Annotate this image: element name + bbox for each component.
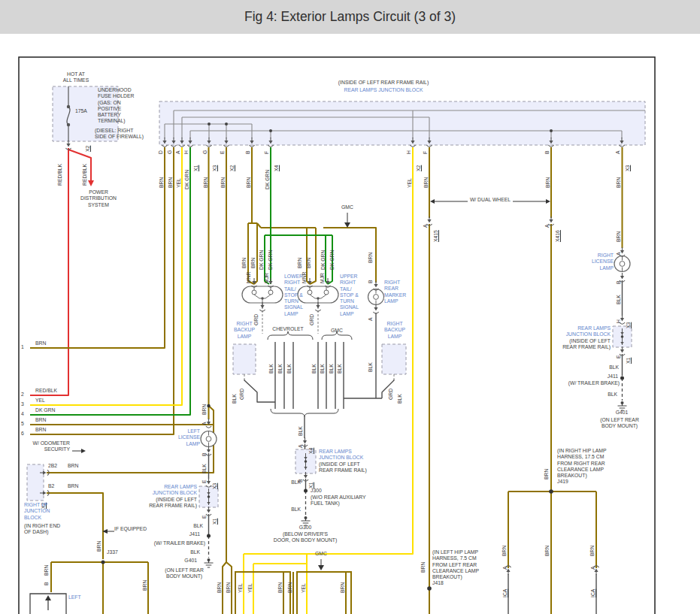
rear-lamps-junction-block-top <box>159 101 645 145</box>
right-license-lamp-symbol <box>614 256 630 272</box>
right-backup-lamp-left-box <box>233 344 256 374</box>
right-rear-marker-lamp-symbol <box>368 289 384 305</box>
annotation-arrows <box>72 201 546 565</box>
g401-right-ground-symbol <box>618 401 627 410</box>
fuse-holder-box <box>53 86 118 141</box>
power-distribution-arrow <box>88 180 94 186</box>
variant-braces <box>268 331 352 417</box>
upper-right-tail-lamp-symbol <box>298 286 338 303</box>
right-backup-lamp-right-box <box>382 344 406 374</box>
left-license-lamp-symbol <box>201 431 217 447</box>
g401-left-ground-symbol <box>205 558 214 567</box>
ground-converge-brace <box>271 409 338 417</box>
connector-pins <box>40 138 625 575</box>
wires-red <box>30 148 91 395</box>
wiring-diagram-svg <box>0 0 700 614</box>
splice-dots <box>102 377 625 591</box>
g300-ground-symbol <box>302 516 311 525</box>
wires-yellow <box>30 147 413 614</box>
gmc-brace <box>322 331 352 340</box>
bottom-lamp-box-gmc <box>297 572 351 614</box>
wiring-diagram-page: Fig 4: Exterior Lamps Circuit (3 of 3) <box>0 0 700 614</box>
lower-right-tail-lamp-symbol <box>242 286 283 303</box>
wires-black-dashed <box>209 378 623 558</box>
ground-leads-dashed <box>244 303 394 380</box>
right-ip-junction-block-box <box>27 464 44 501</box>
chevrolet-brace <box>268 331 313 340</box>
left-lamp-box <box>30 594 66 614</box>
